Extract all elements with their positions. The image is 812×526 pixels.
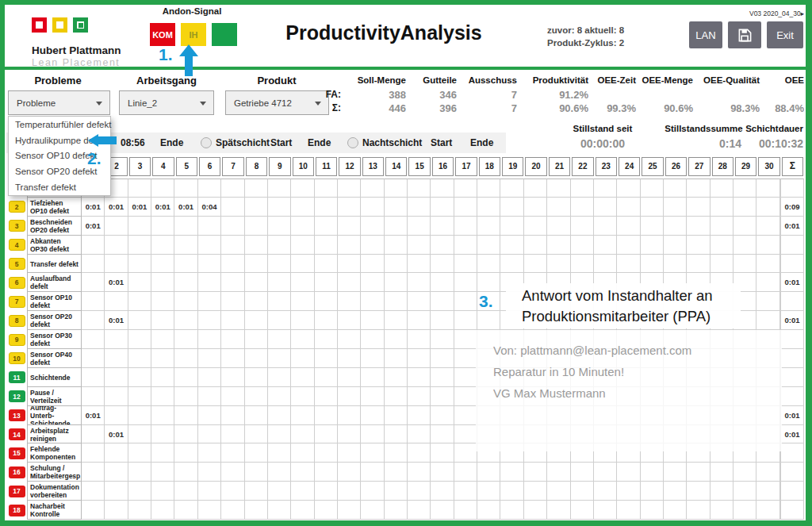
time-cell: 0:01 [151,198,174,217]
time-cell [687,198,710,217]
time-cell [385,273,408,292]
probleme-select[interactable]: Probleme [8,90,110,115]
exit-button[interactable]: Exit [767,21,803,48]
column-header: 10 [293,157,314,176]
time-cell [361,198,384,217]
nachtschicht-ende-button[interactable]: Ende [470,137,493,148]
metric-value [760,89,804,101]
problem-number-badge[interactable]: 7 [9,296,25,308]
spaetschicht-label: Spätschicht [216,137,270,148]
problem-number-badge[interactable]: 10 [9,352,25,364]
time-cell [174,482,197,501]
time-cell [756,482,779,501]
produkt-select[interactable]: Getriebe 4712 [225,90,329,115]
time-cell [710,179,733,198]
problem-number-badge[interactable]: 13 [9,409,25,421]
time-cell [385,368,408,387]
andon-kom-button[interactable]: KOM [150,23,175,46]
time-cell [105,349,128,368]
time-cell [105,368,128,387]
spaetschicht-ende-button[interactable]: Ende [308,137,331,148]
time-cell [245,217,268,236]
problem-number-badge[interactable]: 17 [9,486,25,497]
time-cell [82,311,105,330]
lan-button[interactable]: LAN [689,21,722,48]
problem-label: Nacharbeit Kontrolle [27,501,82,520]
problem-number-badge[interactable]: 8 [9,315,25,327]
time-cell [664,198,687,217]
problem-number-badge[interactable]: 11 [9,371,25,383]
time-cell [664,463,687,482]
time-cell [82,443,105,463]
metrics-column-header: Ausschuss [457,75,517,87]
time-cell [454,387,477,406]
nachtschicht-start-button[interactable]: Start [431,137,452,148]
problem-number-badge[interactable]: 9 [9,334,25,346]
andon-green-button[interactable] [212,23,237,46]
fruehschicht-ende-button[interactable]: Ende [160,137,183,148]
problem-number-badge[interactable]: 3 [9,220,25,232]
time-cell [291,311,314,330]
problem-label: Auftrag- Unterb- Schichtende [27,406,82,425]
time-cell [151,387,174,406]
time-cell [385,425,408,444]
nachtschicht-radio[interactable] [347,137,358,148]
time-cell [82,273,105,292]
time-cell [500,501,523,520]
save-button[interactable] [728,21,761,48]
time-cell [291,406,314,425]
time-cell [338,482,361,501]
problem-number-badge[interactable]: 4 [9,239,25,251]
time-cell [617,482,640,501]
time-cell [361,387,384,406]
dropdown-option[interactable]: Temperaturfühler defekt [9,117,110,132]
problem-number-badge[interactable]: 15 [9,447,25,459]
time-cell [408,425,431,444]
metric-value: 91.2% [517,89,588,101]
problem-number-badge[interactable]: 6 [9,277,25,289]
row-sum-cell [780,255,804,274]
time-cell [198,463,221,482]
time-cell [268,368,291,387]
time-cell [128,482,151,501]
problem-label: Schichtende [27,368,82,387]
time-cell [221,311,244,330]
problem-number-badge[interactable]: 5 [9,258,25,270]
problem-number-badge[interactable]: 14 [9,428,25,440]
page-title: ProductivityAnalysis [265,21,503,44]
problem-number-badge[interactable]: 16 [9,466,25,478]
message-line: Reparatur in 10 Minuten! [493,361,782,382]
time-cell [431,368,454,387]
problem-number-badge[interactable]: 2 [9,201,25,213]
time-cell [338,273,361,292]
row-sum-cell [780,292,804,311]
column-header: 13 [362,157,384,176]
time-cell [733,255,756,274]
spaetschicht-radio[interactable] [201,137,212,148]
time-cell [82,387,105,406]
dropdown-option[interactable]: Transfer defekt [9,179,110,195]
time-cell [151,330,174,349]
spaetschicht-start-button[interactable]: Start [270,137,292,148]
row-badge-cell: 10 [6,349,27,368]
time-cell [385,443,408,463]
time-cell [664,217,687,236]
time-cell [128,236,151,255]
time-cell [338,255,361,274]
time-cell [291,387,314,406]
logo-name: Hubert Plattmann [32,44,121,56]
time-cell [454,425,477,444]
time-cell [756,463,779,482]
time-cell [547,179,570,198]
time-cell [315,179,338,198]
problem-number-badge[interactable]: 12 [9,390,25,402]
time-cell [291,255,314,274]
time-cell [500,236,523,255]
time-cell [268,292,291,311]
metric-value: 7 [457,102,517,114]
arbeitsgang-select[interactable]: Linie_2 [119,90,214,115]
andon-ih-button[interactable]: IH [181,23,206,46]
problem-number-badge[interactable]: 18 [9,505,25,516]
time-cell [128,349,151,368]
time-cell [454,273,477,292]
